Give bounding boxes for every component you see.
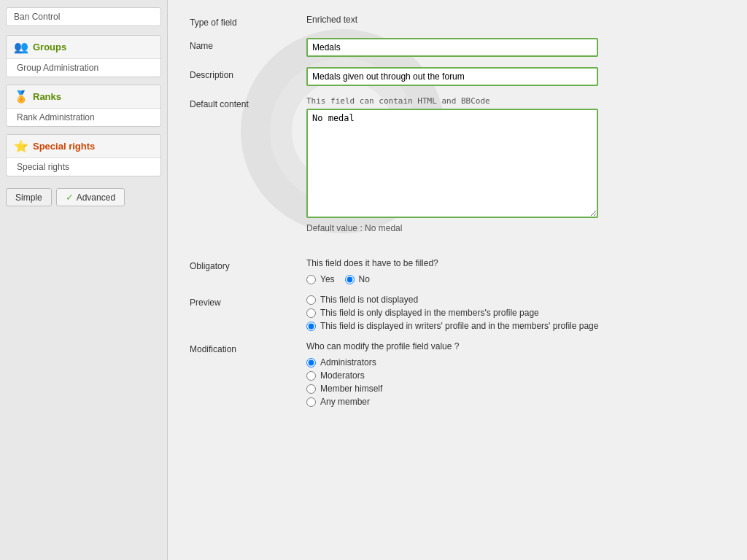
obligatory-yes-option[interactable]: Yes: [306, 274, 335, 284]
special-rights-icon: ⭐: [14, 139, 28, 153]
special-rights-item-label: Special rights: [17, 162, 69, 172]
description-control: [306, 67, 725, 86]
modification-option-0[interactable]: Administrators: [306, 357, 725, 368]
type-of-field-value: Enriched text: [306, 15, 725, 25]
modification-label-2: Member himself: [320, 384, 382, 394]
sidebar-buttons: Simple ✓ Advanced: [6, 188, 161, 206]
description-input[interactable]: [306, 67, 598, 86]
sidebar-groups-label: Groups: [33, 42, 66, 52]
sidebar-section-special-header[interactable]: ⭐ Special rights: [7, 135, 160, 158]
modification-label-1: Moderators: [320, 370, 365, 381]
obligatory-yes-radio[interactable]: [306, 275, 316, 284]
sidebar-special-label: Special rights: [33, 141, 95, 152]
obligatory-no-label: No: [359, 274, 370, 284]
modification-control: Who can modify the profile field value ?…: [306, 341, 725, 407]
modification-question: Who can modify the profile field value ?: [306, 341, 725, 351]
default-content-row: Default content This field can contain H…: [190, 96, 725, 233]
preview-label-2: This field is displayed in writers' prof…: [320, 321, 598, 331]
obligatory-yes-label: Yes: [320, 274, 335, 284]
rank-admin-label: Rank Administration: [17, 112, 95, 122]
default-content-label: Default content: [190, 96, 306, 109]
main-content: Type of field Enriched text Name Descrip…: [168, 0, 747, 560]
preview-option-1[interactable]: This field is only displayed in the memb…: [306, 308, 725, 318]
modification-label-3: Any member: [320, 397, 370, 407]
preview-radio-0[interactable]: [306, 295, 316, 305]
type-of-field-label: Type of field: [190, 15, 306, 28]
name-row: Name: [190, 38, 725, 57]
modification-label-0: Administrators: [320, 357, 376, 368]
ban-control-label: Ban Control: [14, 12, 60, 22]
type-of-field-text: Enriched text: [306, 15, 357, 25]
preview-control: This field is not displayed This field i…: [306, 295, 725, 331]
sidebar-section-special-rights: ⭐ Special rights Special rights: [6, 134, 161, 176]
description-row: Description: [190, 67, 725, 86]
sidebar-section-ranks-header[interactable]: 🏅 Ranks: [7, 85, 160, 109]
type-of-field-row: Type of field Enriched text: [190, 15, 725, 28]
obligatory-label: Obligatory: [190, 258, 306, 271]
default-content-control: This field can contain HTML and BBCode N…: [306, 96, 725, 233]
advanced-label: Advanced: [77, 192, 115, 203]
ranks-icon: 🏅: [14, 90, 28, 104]
preview-label-0: This field is not displayed: [320, 295, 418, 305]
group-admin-label: Group Administration: [17, 63, 98, 73]
check-icon: ✓: [66, 192, 74, 203]
description-label: Description: [190, 67, 306, 80]
modification-option-2[interactable]: Member himself: [306, 384, 725, 394]
yes-no-row: Yes No: [306, 274, 725, 284]
modification-radio-0[interactable]: [306, 358, 316, 368]
obligatory-control: This field does it have to be filled? Ye…: [306, 258, 725, 284]
preview-row: Preview This field is not displayed This…: [190, 295, 725, 331]
advanced-button[interactable]: ✓ Advanced: [56, 188, 125, 206]
preview-radio-2[interactable]: [306, 322, 316, 331]
preview-option-0[interactable]: This field is not displayed: [306, 295, 725, 305]
name-control: [306, 38, 725, 57]
obligatory-row: Obligatory This field does it have to be…: [190, 258, 725, 284]
modification-radio-3[interactable]: [306, 397, 316, 407]
modification-row: Modification Who can modify the profile …: [190, 341, 725, 407]
preview-label: Preview: [190, 295, 306, 308]
sidebar-ban-control[interactable]: Ban Control: [6, 7, 161, 26]
modification-label: Modification: [190, 341, 306, 354]
sidebar-section-groups-header[interactable]: 👥 Groups: [7, 36, 160, 59]
form-area: Type of field Enriched text Name Descrip…: [168, 0, 747, 432]
sidebar-ranks-label: Ranks: [33, 91, 61, 102]
name-label: Name: [190, 38, 306, 51]
sidebar-item-group-administration[interactable]: Group Administration: [7, 59, 160, 77]
groups-icon: 👥: [14, 40, 28, 54]
name-input[interactable]: [306, 38, 598, 57]
sidebar-item-rank-administration[interactable]: Rank Administration: [7, 109, 160, 126]
preview-radio-1[interactable]: [306, 308, 316, 318]
obligatory-question: This field does it have to be filled?: [306, 258, 725, 268]
obligatory-no-radio[interactable]: [345, 275, 355, 284]
sidebar-section-ranks: 🏅 Ranks Rank Administration: [6, 85, 161, 127]
sidebar: Ban Control 👥 Groups Group Administratio…: [0, 0, 168, 560]
sidebar-section-groups: 👥 Groups Group Administration: [6, 35, 161, 77]
obligatory-no-option[interactable]: No: [345, 274, 370, 284]
modification-option-1[interactable]: Moderators: [306, 370, 725, 381]
html-note: This field can contain HTML and BBCode: [306, 96, 725, 106]
default-content-textarea[interactable]: No medal: [306, 109, 598, 218]
preview-option-2[interactable]: This field is displayed in writers' prof…: [306, 321, 725, 331]
simple-button[interactable]: Simple: [6, 188, 52, 206]
default-value-note: Default value : No medal: [306, 223, 725, 233]
modification-option-3[interactable]: Any member: [306, 397, 725, 407]
modification-radio-2[interactable]: [306, 384, 316, 394]
modification-radio-1[interactable]: [306, 371, 316, 381]
preview-label-1: This field is only displayed in the memb…: [320, 308, 539, 318]
sidebar-item-special-rights[interactable]: Special rights: [7, 158, 160, 176]
